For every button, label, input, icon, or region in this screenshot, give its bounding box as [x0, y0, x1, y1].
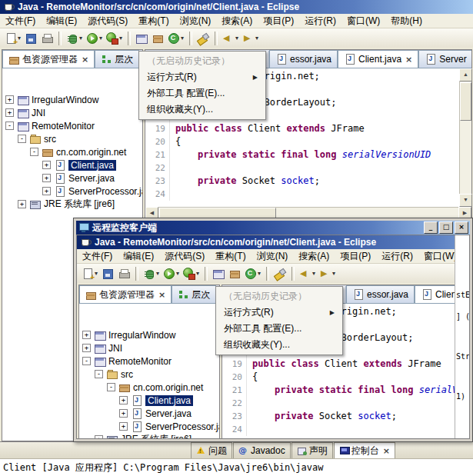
menu-item[interactable]: 运行(R) [376, 249, 418, 263]
menu-option[interactable]: 外部工具 配置(E)... [216, 321, 342, 337]
dropdown-arrow-icon[interactable]: ▾ [156, 270, 159, 277]
menu-option[interactable]: 外部工具 配置(E)... [139, 85, 265, 102]
remote-client-window[interactable]: 远程监控客户端 _□× Java - RemoteMonitor/src/cn/… [73, 218, 473, 442]
dropdown-arrow-icon[interactable]: ▾ [312, 270, 315, 277]
forward-button[interactable]: ▾ [241, 30, 260, 47]
menu-item[interactable]: 搜索(A) [293, 249, 335, 263]
editor-tab[interactable]: essor.java [346, 285, 415, 303]
dropdown-arrow-icon[interactable]: ▾ [79, 35, 82, 42]
dropdown-arrow-icon[interactable]: ▾ [99, 35, 102, 42]
dropdown-arrow-icon[interactable]: ▾ [18, 35, 21, 42]
close-icon[interactable]: × [158, 291, 165, 299]
view-tab[interactable]: 包资源管理器× [79, 285, 172, 303]
new-wizard-button[interactable]: ▾ [3, 30, 22, 47]
menu-item[interactable]: 文件(F) [0, 14, 41, 28]
console-tab[interactable]: Javadoc [233, 442, 291, 458]
dropdown-arrow-icon[interactable]: ▾ [181, 35, 184, 42]
scroll-up-icon[interactable]: ▲ [459, 68, 472, 82]
run-button[interactable]: ▾ [85, 30, 104, 47]
tree-item[interactable]: +JRE 系统库 [jre6] [2, 198, 142, 211]
close-icon[interactable]: × [82, 55, 88, 64]
menu-item[interactable]: 窗口(W) [341, 14, 385, 28]
console-tab[interactable]: 声明 [291, 442, 333, 458]
menu-option[interactable]: 组织收藏夹(Y)... [216, 337, 342, 353]
menu-option[interactable]: 运行方式(R)▶ [139, 69, 265, 85]
dropdown-arrow-icon[interactable]: ▾ [235, 35, 238, 42]
remote-screen-view[interactable]: Java - RemoteMonitor/src/cn/com/origin/n… [76, 235, 470, 439]
tree-item[interactable]: -cn.com.origin.net [79, 381, 219, 394]
tree-item[interactable]: -RemoteMonitor [2, 119, 142, 132]
console-tab[interactable]: 问题 [191, 442, 232, 458]
new-package-button[interactable] [227, 265, 242, 282]
menu-item[interactable]: 浏览(N) [251, 249, 294, 263]
editor-tab[interactable]: essor.java [269, 50, 338, 68]
expander-icon[interactable]: + [82, 344, 91, 352]
debug-button[interactable]: ▾ [65, 30, 84, 47]
tree-item[interactable]: +Client.java [79, 394, 219, 407]
expander-icon[interactable]: + [42, 161, 51, 169]
editor-vertical-scrollbar[interactable]: ▲ ▼ [459, 68, 471, 207]
menu-item[interactable]: 浏览(N) [175, 14, 217, 28]
menu-item[interactable]: 搜索(A) [216, 14, 258, 28]
expander-icon[interactable]: + [119, 396, 128, 404]
expander-icon[interactable]: + [42, 174, 51, 182]
menu-item[interactable]: 编辑(E) [118, 249, 159, 263]
dropdown-arrow-icon[interactable]: ▾ [332, 270, 335, 277]
tree-item[interactable]: -cn.com.origin.net [2, 145, 142, 158]
expander-icon[interactable]: + [5, 95, 14, 104]
run-button[interactable]: ▾ [162, 265, 181, 282]
tree-item[interactable]: +JRE 系统库 [jre6] [79, 433, 219, 439]
expander-icon[interactable]: - [82, 357, 91, 365]
dropdown-arrow-icon[interactable]: ▾ [258, 270, 261, 277]
expander-icon[interactable]: + [119, 409, 128, 418]
minimize-button[interactable]: _ [424, 221, 438, 234]
expander-icon[interactable]: + [42, 187, 51, 195]
dropdown-arrow-icon[interactable]: ▾ [176, 270, 179, 277]
scroll-down-icon[interactable]: ▼ [459, 194, 472, 207]
tree-item[interactable]: +JNI [79, 341, 219, 355]
menu-item[interactable]: 源代码(S) [159, 249, 210, 263]
expander-icon[interactable]: + [95, 435, 103, 439]
save-button[interactable] [23, 30, 38, 47]
tree-item[interactable]: +IrregularWindow [79, 328, 219, 341]
tree-item[interactable]: +ServerProcessor.java [79, 420, 219, 433]
expander-icon[interactable]: + [5, 108, 14, 117]
expander-icon[interactable]: - [5, 121, 14, 130]
menu-item[interactable]: 源代码(S) [82, 14, 133, 28]
view-tab[interactable]: 包资源管理器× [2, 50, 95, 68]
expander-icon[interactable]: - [30, 148, 38, 156]
tree-item[interactable]: +Server.java [2, 171, 142, 185]
print-button[interactable] [39, 30, 55, 47]
tree-item[interactable]: +Client.java [2, 158, 142, 171]
remote-client-titlebar[interactable]: 远程监控客户端 _□× [76, 221, 470, 235]
search-button[interactable] [272, 265, 288, 282]
scrollbar-thumb[interactable] [460, 82, 471, 121]
menu-item[interactable]: 运行(R) [299, 14, 341, 28]
new-java-project-button[interactable] [211, 265, 226, 282]
external-tools-button[interactable]: ▾ [105, 30, 124, 47]
dropdown-arrow-icon[interactable]: ▾ [119, 35, 122, 42]
project-tree[interactable]: +IrregularWindow+JNI-RemoteMonitor-src-c… [79, 304, 219, 439]
menu-item[interactable]: 编辑(E) [41, 14, 82, 28]
expander-icon[interactable]: - [18, 135, 26, 143]
menu-option[interactable]: 组织收藏夹(Y)... [139, 102, 265, 118]
dropdown-arrow-icon[interactable]: ▾ [95, 270, 98, 277]
external-tools-button[interactable]: ▾ [182, 265, 201, 282]
expander-icon[interactable]: + [82, 331, 91, 339]
forward-button[interactable]: ▾ [318, 265, 337, 282]
menu-item[interactable]: 重构(T) [210, 249, 251, 263]
titlebar[interactable]: Java - RemoteMonitor/src/cn/com/origin/n… [0, 0, 473, 14]
debug-button[interactable]: ▾ [142, 265, 161, 282]
new-wizard-button[interactable]: ▾ [80, 265, 99, 282]
close-icon[interactable]: × [383, 447, 390, 455]
expander-icon[interactable]: - [107, 383, 115, 391]
print-button[interactable] [116, 265, 132, 282]
menu-option[interactable]: （无启动历史记录） [216, 288, 342, 305]
dropdown-arrow-icon[interactable]: ▾ [255, 35, 258, 42]
tree-item[interactable]: +Server.java [79, 407, 219, 420]
tree-item[interactable]: -src [2, 132, 142, 145]
expander-icon[interactable]: + [119, 422, 128, 431]
view-tab[interactable]: 层次 [95, 50, 139, 68]
new-package-button[interactable] [150, 30, 165, 47]
menu-item[interactable]: 重构(T) [133, 14, 174, 28]
